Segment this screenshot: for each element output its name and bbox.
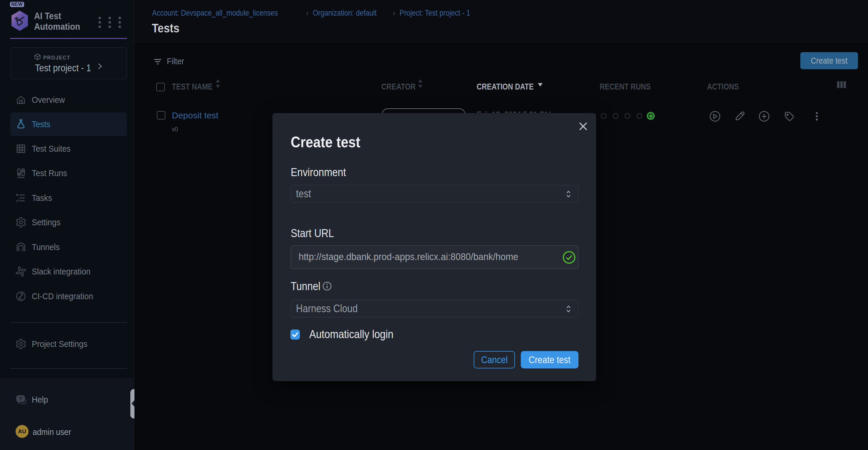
svg-text:?: ? [19,396,22,402]
